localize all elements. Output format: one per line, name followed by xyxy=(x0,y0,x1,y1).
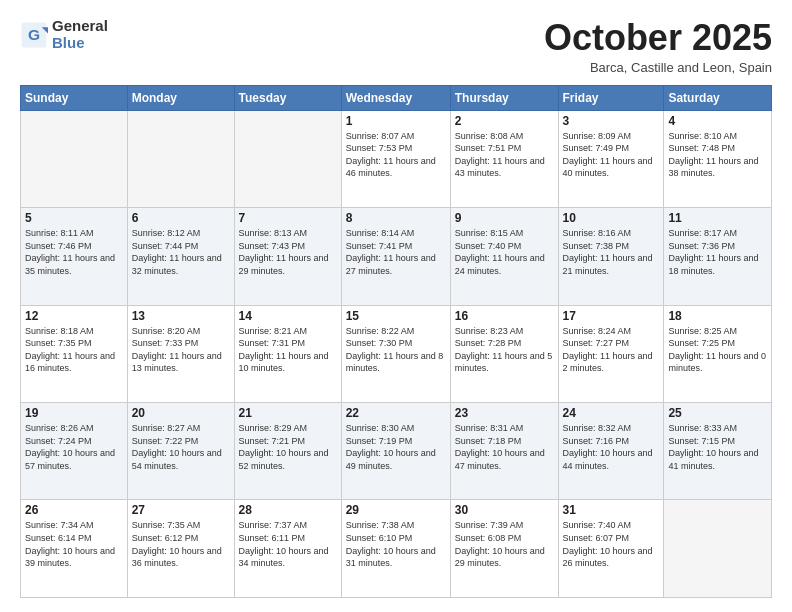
day-number: 11 xyxy=(668,211,767,225)
day-number: 23 xyxy=(455,406,554,420)
day-info: Sunrise: 8:25 AM Sunset: 7:25 PM Dayligh… xyxy=(668,325,767,375)
calendar-cell: 23Sunrise: 8:31 AM Sunset: 7:18 PM Dayli… xyxy=(450,403,558,500)
day-info: Sunrise: 8:23 AM Sunset: 7:28 PM Dayligh… xyxy=(455,325,554,375)
calendar-cell: 8Sunrise: 8:14 AM Sunset: 7:41 PM Daylig… xyxy=(341,208,450,305)
day-number: 22 xyxy=(346,406,446,420)
day-number: 25 xyxy=(668,406,767,420)
calendar-cell: 15Sunrise: 8:22 AM Sunset: 7:30 PM Dayli… xyxy=(341,305,450,402)
calendar-cell: 28Sunrise: 7:37 AM Sunset: 6:11 PM Dayli… xyxy=(234,500,341,598)
calendar-cell: 21Sunrise: 8:29 AM Sunset: 7:21 PM Dayli… xyxy=(234,403,341,500)
day-info: Sunrise: 8:27 AM Sunset: 7:22 PM Dayligh… xyxy=(132,422,230,472)
calendar-week-3: 12Sunrise: 8:18 AM Sunset: 7:35 PM Dayli… xyxy=(21,305,772,402)
calendar-cell xyxy=(127,110,234,207)
calendar-cell: 5Sunrise: 8:11 AM Sunset: 7:46 PM Daylig… xyxy=(21,208,128,305)
day-info: Sunrise: 7:40 AM Sunset: 6:07 PM Dayligh… xyxy=(563,519,660,569)
calendar-week-2: 5Sunrise: 8:11 AM Sunset: 7:46 PM Daylig… xyxy=(21,208,772,305)
day-number: 4 xyxy=(668,114,767,128)
day-number: 1 xyxy=(346,114,446,128)
col-tuesday: Tuesday xyxy=(234,85,341,110)
day-info: Sunrise: 8:12 AM Sunset: 7:44 PM Dayligh… xyxy=(132,227,230,277)
subtitle: Barca, Castille and Leon, Spain xyxy=(544,60,772,75)
day-number: 15 xyxy=(346,309,446,323)
calendar-week-4: 19Sunrise: 8:26 AM Sunset: 7:24 PM Dayli… xyxy=(21,403,772,500)
calendar-cell: 14Sunrise: 8:21 AM Sunset: 7:31 PM Dayli… xyxy=(234,305,341,402)
calendar-week-5: 26Sunrise: 7:34 AM Sunset: 6:14 PM Dayli… xyxy=(21,500,772,598)
day-number: 27 xyxy=(132,503,230,517)
calendar-cell xyxy=(234,110,341,207)
day-number: 30 xyxy=(455,503,554,517)
day-info: Sunrise: 8:26 AM Sunset: 7:24 PM Dayligh… xyxy=(25,422,123,472)
day-number: 12 xyxy=(25,309,123,323)
day-number: 3 xyxy=(563,114,660,128)
day-info: Sunrise: 8:33 AM Sunset: 7:15 PM Dayligh… xyxy=(668,422,767,472)
day-info: Sunrise: 8:21 AM Sunset: 7:31 PM Dayligh… xyxy=(239,325,337,375)
col-thursday: Thursday xyxy=(450,85,558,110)
logo-icon: G xyxy=(20,21,48,49)
calendar-cell: 31Sunrise: 7:40 AM Sunset: 6:07 PM Dayli… xyxy=(558,500,664,598)
calendar-cell: 22Sunrise: 8:30 AM Sunset: 7:19 PM Dayli… xyxy=(341,403,450,500)
col-wednesday: Wednesday xyxy=(341,85,450,110)
day-info: Sunrise: 7:35 AM Sunset: 6:12 PM Dayligh… xyxy=(132,519,230,569)
calendar-cell: 4Sunrise: 8:10 AM Sunset: 7:48 PM Daylig… xyxy=(664,110,772,207)
day-number: 20 xyxy=(132,406,230,420)
day-number: 13 xyxy=(132,309,230,323)
col-saturday: Saturday xyxy=(664,85,772,110)
day-number: 5 xyxy=(25,211,123,225)
day-info: Sunrise: 8:20 AM Sunset: 7:33 PM Dayligh… xyxy=(132,325,230,375)
calendar-table: Sunday Monday Tuesday Wednesday Thursday… xyxy=(20,85,772,598)
calendar-cell: 30Sunrise: 7:39 AM Sunset: 6:08 PM Dayli… xyxy=(450,500,558,598)
calendar-cell: 7Sunrise: 8:13 AM Sunset: 7:43 PM Daylig… xyxy=(234,208,341,305)
day-info: Sunrise: 7:38 AM Sunset: 6:10 PM Dayligh… xyxy=(346,519,446,569)
day-info: Sunrise: 7:39 AM Sunset: 6:08 PM Dayligh… xyxy=(455,519,554,569)
month-title: October 2025 xyxy=(544,18,772,58)
day-number: 14 xyxy=(239,309,337,323)
day-number: 2 xyxy=(455,114,554,128)
day-info: Sunrise: 7:34 AM Sunset: 6:14 PM Dayligh… xyxy=(25,519,123,569)
calendar-cell: 1Sunrise: 8:07 AM Sunset: 7:53 PM Daylig… xyxy=(341,110,450,207)
day-number: 17 xyxy=(563,309,660,323)
day-info: Sunrise: 8:14 AM Sunset: 7:41 PM Dayligh… xyxy=(346,227,446,277)
title-block: October 2025 Barca, Castille and Leon, S… xyxy=(544,18,772,75)
calendar-cell: 13Sunrise: 8:20 AM Sunset: 7:33 PM Dayli… xyxy=(127,305,234,402)
calendar-cell: 27Sunrise: 7:35 AM Sunset: 6:12 PM Dayli… xyxy=(127,500,234,598)
day-number: 24 xyxy=(563,406,660,420)
day-number: 21 xyxy=(239,406,337,420)
day-info: Sunrise: 8:31 AM Sunset: 7:18 PM Dayligh… xyxy=(455,422,554,472)
calendar-cell: 29Sunrise: 7:38 AM Sunset: 6:10 PM Dayli… xyxy=(341,500,450,598)
calendar-cell: 20Sunrise: 8:27 AM Sunset: 7:22 PM Dayli… xyxy=(127,403,234,500)
day-info: Sunrise: 8:10 AM Sunset: 7:48 PM Dayligh… xyxy=(668,130,767,180)
day-info: Sunrise: 8:22 AM Sunset: 7:30 PM Dayligh… xyxy=(346,325,446,375)
day-number: 18 xyxy=(668,309,767,323)
day-number: 7 xyxy=(239,211,337,225)
day-number: 8 xyxy=(346,211,446,225)
calendar-cell: 17Sunrise: 8:24 AM Sunset: 7:27 PM Dayli… xyxy=(558,305,664,402)
header: G General Blue October 2025 Barca, Casti… xyxy=(20,18,772,75)
logo-general-text: General xyxy=(52,18,108,35)
calendar-cell: 18Sunrise: 8:25 AM Sunset: 7:25 PM Dayli… xyxy=(664,305,772,402)
day-info: Sunrise: 8:17 AM Sunset: 7:36 PM Dayligh… xyxy=(668,227,767,277)
calendar-cell: 16Sunrise: 8:23 AM Sunset: 7:28 PM Dayli… xyxy=(450,305,558,402)
calendar-cell: 2Sunrise: 8:08 AM Sunset: 7:51 PM Daylig… xyxy=(450,110,558,207)
logo-text: General Blue xyxy=(52,18,108,51)
day-info: Sunrise: 8:24 AM Sunset: 7:27 PM Dayligh… xyxy=(563,325,660,375)
day-number: 9 xyxy=(455,211,554,225)
calendar-cell: 3Sunrise: 8:09 AM Sunset: 7:49 PM Daylig… xyxy=(558,110,664,207)
day-number: 19 xyxy=(25,406,123,420)
col-monday: Monday xyxy=(127,85,234,110)
day-number: 29 xyxy=(346,503,446,517)
day-number: 31 xyxy=(563,503,660,517)
day-info: Sunrise: 8:30 AM Sunset: 7:19 PM Dayligh… xyxy=(346,422,446,472)
day-number: 26 xyxy=(25,503,123,517)
calendar-cell xyxy=(21,110,128,207)
calendar-cell: 19Sunrise: 8:26 AM Sunset: 7:24 PM Dayli… xyxy=(21,403,128,500)
day-number: 28 xyxy=(239,503,337,517)
day-info: Sunrise: 8:11 AM Sunset: 7:46 PM Dayligh… xyxy=(25,227,123,277)
calendar-cell: 6Sunrise: 8:12 AM Sunset: 7:44 PM Daylig… xyxy=(127,208,234,305)
day-number: 10 xyxy=(563,211,660,225)
page: G General Blue October 2025 Barca, Casti… xyxy=(0,0,792,612)
day-info: Sunrise: 8:29 AM Sunset: 7:21 PM Dayligh… xyxy=(239,422,337,472)
day-number: 16 xyxy=(455,309,554,323)
day-info: Sunrise: 8:08 AM Sunset: 7:51 PM Dayligh… xyxy=(455,130,554,180)
logo: G General Blue xyxy=(20,18,108,51)
day-info: Sunrise: 8:16 AM Sunset: 7:38 PM Dayligh… xyxy=(563,227,660,277)
